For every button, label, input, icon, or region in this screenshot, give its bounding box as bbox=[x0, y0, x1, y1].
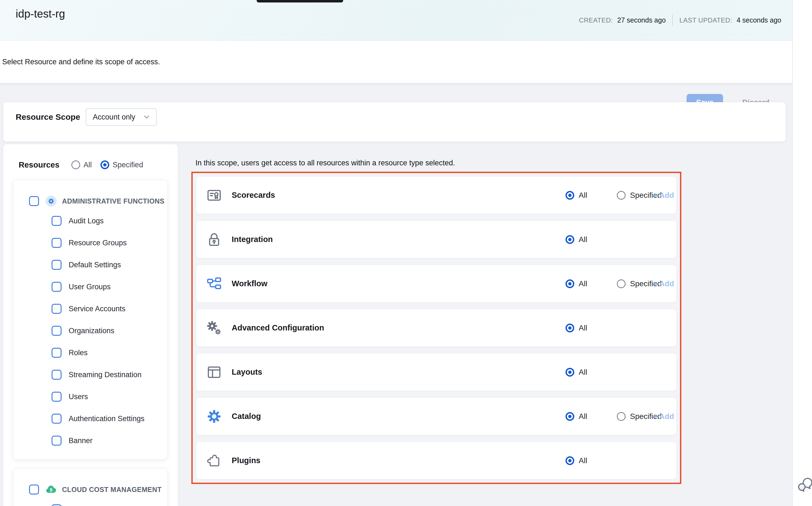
resource-row-label: Plugins bbox=[232, 456, 261, 465]
resources-header: Resources All Specified bbox=[19, 158, 175, 172]
radio-all[interactable] bbox=[566, 191, 574, 200]
layout-icon bbox=[206, 364, 222, 380]
gears-icon bbox=[206, 320, 222, 336]
resource-scope-card: Resource Scope Account only bbox=[3, 102, 786, 142]
resource-scope-value: Account only bbox=[93, 113, 135, 121]
resources-radio-specified[interactable] bbox=[100, 160, 109, 169]
radio-all[interactable] bbox=[566, 279, 574, 288]
add-link[interactable]: + Add bbox=[653, 279, 674, 288]
add-link[interactable]: + Add bbox=[653, 191, 674, 200]
resource-row-label: Workflow bbox=[232, 279, 267, 288]
item-checkbox[interactable] bbox=[52, 304, 62, 314]
resource-type-item[interactable]: Authentication Settings bbox=[13, 408, 167, 430]
item-checkbox[interactable] bbox=[52, 436, 62, 445]
resources-heading: Resources bbox=[19, 160, 59, 169]
svg-text:$: $ bbox=[50, 488, 53, 492]
resource-type-item[interactable]: Roles bbox=[13, 342, 167, 364]
resource-row: Layouts All Specified + Add bbox=[196, 353, 677, 391]
resource-type-item[interactable]: Streaming Destination bbox=[13, 364, 167, 386]
group-items: Audit Logs Resource Groups Default Setti… bbox=[13, 210, 167, 451]
last-updated-label: LAST UPDATED: bbox=[680, 16, 732, 24]
row-all-control: All bbox=[566, 324, 587, 332]
item-checkbox[interactable] bbox=[52, 326, 62, 336]
item-checkbox[interactable] bbox=[52, 504, 62, 506]
resource-row-label: Advanced Configuration bbox=[232, 323, 324, 332]
resource-type-item[interactable]: Resource Groups bbox=[13, 232, 167, 254]
toolbar: Select Resource and define its scope of … bbox=[0, 40, 792, 83]
add-link[interactable]: + Add bbox=[653, 412, 674, 421]
radio-all-label: All bbox=[579, 368, 587, 376]
radio-specified[interactable] bbox=[617, 412, 626, 421]
item-checkbox[interactable] bbox=[52, 216, 62, 226]
radio-all[interactable] bbox=[566, 368, 574, 376]
resource-group-card: $ CLOUD COST MANAGEMENT Recommendations bbox=[13, 469, 168, 506]
resource-type-item[interactable]: Audit Logs bbox=[13, 210, 167, 232]
chevron-down-icon bbox=[142, 113, 151, 121]
item-checkbox[interactable] bbox=[52, 260, 62, 270]
row-all-control: All bbox=[566, 191, 587, 200]
catalog-gear-icon bbox=[206, 409, 222, 424]
resource-row-label: Scorecards bbox=[232, 191, 275, 200]
radio-all-label: All bbox=[579, 235, 587, 244]
group-title: ADMINISTRATIVE FUNCTIONS bbox=[62, 197, 165, 205]
chat-bubbles-icon[interactable] bbox=[797, 476, 812, 493]
resource-scope-label: Resource Scope bbox=[16, 108, 80, 126]
radio-all[interactable] bbox=[566, 412, 574, 421]
resource-row: Scorecards All Specified + Add bbox=[196, 177, 677, 214]
item-checkbox[interactable] bbox=[52, 392, 62, 402]
resource-group-list: ADMINISTRATIVE FUNCTIONS Audit Logs Reso… bbox=[13, 180, 168, 506]
radio-all[interactable] bbox=[566, 456, 574, 465]
resource-row-label: Integration bbox=[232, 235, 273, 244]
row-all-control: All bbox=[566, 235, 587, 244]
radio-all[interactable] bbox=[566, 235, 574, 244]
resource-row: Plugins All Specified + Add bbox=[196, 442, 677, 479]
toolbar-description: Select Resource and define its scope of … bbox=[2, 40, 160, 83]
meta-divider bbox=[672, 15, 673, 26]
resources-radio-all[interactable] bbox=[71, 160, 80, 169]
scope-description: In this scope, users get access to all r… bbox=[195, 159, 455, 167]
cloud-dollar-icon: $ bbox=[45, 484, 57, 496]
resource-type-item[interactable]: Users bbox=[13, 386, 167, 408]
admin-gear-badge-icon bbox=[45, 195, 57, 207]
radio-all-label: All bbox=[579, 456, 587, 465]
resource-type-item[interactable]: Service Accounts bbox=[13, 298, 167, 320]
resources-radio-all-label: All bbox=[84, 161, 92, 169]
radio-all[interactable] bbox=[566, 324, 574, 332]
header-meta: CREATED: 27 seconds ago LAST UPDATED: 4 … bbox=[579, 0, 781, 40]
resource-type-item[interactable]: User Groups bbox=[13, 276, 167, 298]
resource-group-card: ADMINISTRATIVE FUNCTIONS Audit Logs Reso… bbox=[13, 180, 168, 459]
radio-all-label: All bbox=[579, 412, 587, 421]
resource-group-header: $ CLOUD COST MANAGEMENT bbox=[13, 481, 167, 498]
item-checkbox[interactable] bbox=[52, 370, 62, 380]
resource-type-item[interactable]: Organizations bbox=[13, 320, 167, 342]
item-label: Authentication Settings bbox=[69, 415, 144, 423]
radio-specified[interactable] bbox=[617, 279, 626, 288]
resource-row: Catalog All Specified + Add bbox=[196, 398, 677, 435]
row-all-control: All bbox=[566, 368, 587, 376]
resource-row: Advanced Configuration All Specified + A… bbox=[196, 309, 677, 346]
resource-type-item[interactable]: Recommendations bbox=[13, 498, 167, 506]
item-checkbox[interactable] bbox=[52, 238, 62, 248]
resource-type-item[interactable]: Banner bbox=[13, 430, 167, 451]
item-label: Default Settings bbox=[69, 261, 121, 269]
resource-row: Workflow All Specified + Add bbox=[196, 265, 677, 302]
resource-types-highlight-box: Scorecards All Specified + Add Integrati… bbox=[191, 172, 681, 484]
radio-all-label: All bbox=[579, 324, 587, 332]
resource-type-item[interactable]: Default Settings bbox=[13, 254, 167, 276]
item-label: Banner bbox=[69, 436, 93, 445]
group-title: CLOUD COST MANAGEMENT bbox=[62, 486, 162, 494]
resource-row-label: Catalog bbox=[232, 412, 261, 421]
item-label: Recommendations bbox=[69, 505, 130, 506]
item-label: Resource Groups bbox=[69, 239, 127, 247]
item-checkbox[interactable] bbox=[52, 282, 62, 292]
created-value: 27 seconds ago bbox=[617, 16, 666, 24]
item-label: Organizations bbox=[69, 327, 114, 335]
group-checkbox[interactable] bbox=[29, 196, 39, 206]
radio-specified[interactable] bbox=[617, 191, 626, 200]
top-notch bbox=[257, 0, 343, 2]
item-checkbox[interactable] bbox=[52, 348, 62, 358]
item-checkbox[interactable] bbox=[52, 414, 62, 424]
group-checkbox[interactable] bbox=[29, 485, 39, 495]
resource-scope-dropdown[interactable]: Account only bbox=[86, 108, 157, 126]
lock-icon bbox=[206, 232, 222, 247]
